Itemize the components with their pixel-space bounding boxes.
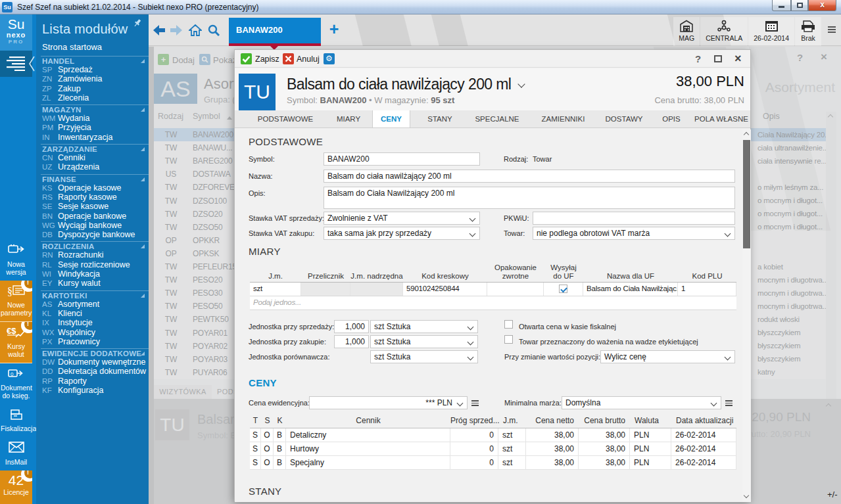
status-button-mag[interactable]: MAG xyxy=(673,17,700,46)
module-item-rl[interactable]: RLSesje rozliczeniowe xyxy=(36,260,149,269)
price-col-header[interactable]: Cena brutto xyxy=(579,416,630,425)
dialog-tab-miary[interactable]: MIARY xyxy=(331,110,366,128)
module-item-zn[interactable]: ZNZamówienia xyxy=(36,74,149,83)
module-item-pm[interactable]: PMPrzyjęcia xyxy=(36,123,149,132)
marza-menu-icon[interactable] xyxy=(725,400,733,407)
miary-col-header[interactable]: Wysyłajdo UF xyxy=(544,263,583,281)
module-item-ey[interactable]: EYKursy walut xyxy=(36,279,149,288)
module-item-wg[interactable]: WGWyciągi bankowe xyxy=(36,221,149,230)
module-item-rp[interactable]: RPRaporty xyxy=(36,377,149,386)
zoom-plusminus[interactable]: +/- xyxy=(827,490,838,499)
vat-sale-dropdown[interactable]: Zwolnienie z VAT xyxy=(324,212,480,225)
module-section-zarządzanie[interactable]: ZARZĄDZANIE xyxy=(36,145,149,153)
module-item-in[interactable]: INInwentaryzacja xyxy=(36,133,149,142)
forward-button[interactable] xyxy=(170,24,183,37)
scrollbar-thumb[interactable] xyxy=(743,140,750,248)
module-item-sp[interactable]: SPSprzedaż xyxy=(36,65,149,74)
price-row-hurtowy[interactable]: SOBHurtowy0szt38,0038,00PLN26-02-2014 xyxy=(250,442,736,456)
symbol-input[interactable]: BANAW200 xyxy=(324,152,480,166)
icon-bar-item-dokument-do-ksi-g-[interactable]: 0Dokumentdo księg. xyxy=(0,363,32,404)
dialog-maximize-button[interactable] xyxy=(714,55,722,62)
icon-bar-item-nowa-wersja[interactable]: Nowawersja xyxy=(0,240,32,281)
module-item-dw[interactable]: DWDokumenty wewnętrzne xyxy=(36,357,149,367)
pin-icon[interactable] xyxy=(133,18,142,28)
settings-gear-button[interactable]: ⚙ xyxy=(324,53,335,64)
price-col-header[interactable]: Próg sprzed... xyxy=(450,416,498,425)
module-item-wi[interactable]: WIWindykacja xyxy=(36,269,149,279)
module-section-rozliczenia[interactable]: ROZLICZENIA xyxy=(36,242,149,250)
close-button[interactable]: x xyxy=(808,0,836,11)
towar-dropdown[interactable]: nie podlega obrotowi VAT marża xyxy=(533,227,735,240)
column-header-opis[interactable]: Opis xyxy=(763,112,780,121)
buy-unit-qty-input[interactable]: 1,000 xyxy=(334,335,369,348)
dialog-tab-opis[interactable]: OPIS xyxy=(657,110,686,128)
module-item-uz[interactable]: UZUrządzenia xyxy=(36,162,149,172)
module-section-handel[interactable]: HANDEL xyxy=(36,57,149,65)
cmp-unit-dropdown[interactable]: szt Sztuka xyxy=(370,350,478,363)
miary-cell[interactable]: 5901024250844 xyxy=(403,283,487,296)
module-item-rn[interactable]: RNRozrachunki xyxy=(36,250,149,260)
price-col-header[interactable]: T xyxy=(250,416,261,425)
dialog-close-button[interactable]: × xyxy=(734,52,742,66)
price-col-header[interactable]: Data aktualizacji xyxy=(671,416,736,425)
miary-cell[interactable]: Balsam do Ciała Nawilżając... xyxy=(583,283,678,296)
save-icon[interactable] xyxy=(241,53,252,64)
miary-row[interactable]: szt5901024250844Balsam do Ciała Nawilżaj… xyxy=(250,283,736,296)
miary-cell[interactable] xyxy=(487,283,544,296)
module-item-ix[interactable]: IXInstytucje xyxy=(36,318,149,327)
opis-textarea[interactable]: Balsam do Ciała Nawilżający 200 ml xyxy=(324,187,735,209)
wysylaj-checkbox[interactable] xyxy=(559,285,567,293)
miary-placeholder-row[interactable]: Podaj jednos... xyxy=(250,296,736,310)
module-item-cn[interactable]: CNCenniki xyxy=(36,153,149,162)
nazwa-input[interactable]: Balsam do ciała nawilżający 200 ml xyxy=(324,170,735,183)
dialog-scrollbar[interactable] xyxy=(742,129,751,502)
miary-cell[interactable]: szt xyxy=(250,283,301,296)
price-col-header[interactable]: K xyxy=(274,416,286,425)
sale-unit-qty-input[interactable]: 1,000 xyxy=(334,320,369,333)
marza-dropdown[interactable]: Domyślna xyxy=(562,396,721,409)
icon-bar-item-nowe-parametry[interactable]: !§Noweparametry xyxy=(0,281,32,322)
cena-ewid-menu-icon[interactable] xyxy=(471,400,479,407)
miary-col-header[interactable]: J.m. nadrzędna xyxy=(350,272,403,281)
miary-cell[interactable] xyxy=(350,283,403,296)
status-button-centrala[interactable]: CENTRALA xyxy=(700,17,748,46)
module-item-px[interactable]: PXPracownicy xyxy=(36,337,149,346)
home-button[interactable] xyxy=(189,24,202,37)
sale-unit-dropdown[interactable]: szt Sztuka xyxy=(370,320,478,333)
module-item-wx[interactable]: WXWspólnicy xyxy=(36,328,149,337)
status-button-brak[interactable]: Brak xyxy=(795,17,821,46)
title-dropdown-icon[interactable] xyxy=(519,73,524,91)
miary-col-header[interactable]: Opakowaniezwrotne xyxy=(487,263,544,281)
miary-col-header[interactable]: Nazwa dla UF xyxy=(583,272,678,281)
price-row-specjalny[interactable]: SOBSpecjalny0szt38,0038,00PLN26-02-2014 xyxy=(250,456,736,470)
scroll-down-icon[interactable] xyxy=(744,493,749,498)
module-item-as[interactable]: ASAsortyment xyxy=(36,300,149,309)
miary-cell[interactable] xyxy=(301,283,350,296)
dialog-help-button[interactable]: ? xyxy=(695,53,701,64)
module-item-rs[interactable]: RSRaporty kasowe xyxy=(36,193,149,202)
dialog-tab-podstawowe[interactable]: PODSTAWOWE xyxy=(249,110,322,128)
module-item-zl[interactable]: ZLZlecenia xyxy=(36,93,149,103)
module-section-finanse[interactable]: FINANSE xyxy=(36,175,149,183)
app-logo[interactable]: Su nexo PRO xyxy=(0,14,32,51)
toolbar-menu-button[interactable] xyxy=(828,26,837,34)
icon-bar-item-fiskalizacja[interactable]: Fiskalizacja xyxy=(0,404,32,438)
pkwiu-input[interactable] xyxy=(533,212,735,225)
miary-col-header[interactable]: J.m. xyxy=(250,272,301,281)
open-price-checkbox[interactable] xyxy=(504,320,513,329)
show-button-label[interactable]: Pokaż xyxy=(213,55,237,65)
add-button-label[interactable]: Dodaj xyxy=(172,55,195,65)
module-item-db[interactable]: DBDyspozycje bankowe xyxy=(36,230,149,239)
price-col-header[interactable]: Cennik xyxy=(286,416,450,425)
price-col-header[interactable]: S xyxy=(261,416,274,425)
module-item-bn[interactable]: BNOperacje bankowe xyxy=(36,212,149,221)
column-header-rodzaj[interactable]: Rodzaj xyxy=(158,112,183,121)
icon-bar-item-licencje[interactable]: !42Licencje xyxy=(0,470,32,504)
tab-banaw200[interactable]: BANAW200 xyxy=(229,18,321,46)
backdrop-help-button[interactable]: ? xyxy=(797,52,803,63)
dialog-tab-stany[interactable]: STANY xyxy=(423,110,457,128)
miary-placeholder[interactable]: Podaj jednos... xyxy=(250,296,736,309)
module-list-toggle[interactable] xyxy=(0,51,32,77)
new-tab-button[interactable]: + xyxy=(326,20,342,39)
scroll-up-icon[interactable] xyxy=(744,132,749,137)
